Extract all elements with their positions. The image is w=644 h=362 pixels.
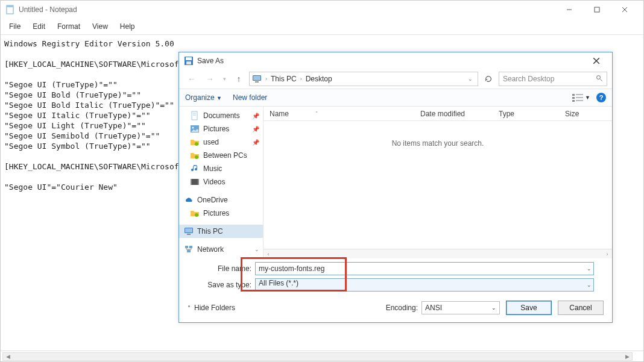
- svg-point-14: [597, 75, 601, 79]
- nav-back-button[interactable]: ←: [184, 72, 200, 86]
- dialog-titlebar: Save As: [179, 52, 612, 69]
- svg-line-15: [601, 79, 602, 81]
- nav-forward-button[interactable]: →: [202, 72, 218, 86]
- chevron-right-icon: ›: [264, 76, 268, 82]
- nav-item-videos[interactable]: Videos: [179, 175, 263, 189]
- savetype-dropdown[interactable]: All Files (*.*): [255, 278, 594, 292]
- scroll-left-icon[interactable]: ◀: [3, 353, 13, 360]
- dialog-address-bar: ← → ▾ ↑ › This PC › Desktop ⌄ Search Des…: [179, 69, 612, 89]
- scroll-right-icon[interactable]: ›: [602, 251, 612, 257]
- dialog-close-button[interactable]: [586, 52, 607, 69]
- network-icon: [184, 245, 194, 254]
- horizontal-scrollbar[interactable]: ◀ ▶: [2, 352, 633, 361]
- dialog-title: Save As: [197, 57, 224, 65]
- notepad-title: Untitled - Notepad: [19, 5, 77, 14]
- help-button[interactable]: ?: [596, 93, 606, 102]
- encoding-label: Encoding:: [386, 304, 418, 312]
- cancel-button[interactable]: Cancel: [558, 301, 604, 315]
- breadcrumb-dropdown-icon[interactable]: ⌄: [468, 76, 475, 82]
- svg-rect-22: [192, 111, 197, 120]
- column-date[interactable]: Date modified: [414, 110, 493, 118]
- notepad-titlebar: Untitled - Notepad: [1, 1, 643, 19]
- refresh-button[interactable]: [481, 72, 496, 86]
- filename-label: File name:: [197, 264, 255, 273]
- menu-help[interactable]: Help: [115, 20, 140, 33]
- svg-rect-7: [186, 57, 192, 60]
- svg-point-27: [195, 142, 198, 146]
- svg-rect-21: [576, 100, 583, 101]
- navigation-pane: Documents📌 Pictures📌 used📌 Between PCs M…: [179, 107, 264, 258]
- svg-rect-19: [576, 94, 583, 95]
- nav-item-onedrive[interactable]: OneDrive: [179, 193, 263, 207]
- new-folder-button[interactable]: New folder: [233, 93, 267, 102]
- column-type[interactable]: Type: [493, 110, 559, 118]
- organize-button[interactable]: Organize ▼: [185, 93, 222, 102]
- close-button[interactable]: [611, 1, 639, 19]
- nav-item-music[interactable]: Music: [179, 162, 263, 175]
- thispc-icon: [184, 226, 194, 236]
- svg-point-28: [195, 155, 198, 159]
- column-headers: Name˄ Date modified Type Size: [264, 107, 612, 121]
- svg-rect-38: [187, 250, 191, 252]
- folder-sync-icon: [190, 137, 200, 147]
- menu-format[interactable]: Format: [52, 20, 85, 33]
- svg-rect-37: [189, 246, 192, 248]
- search-box[interactable]: Search Desktop: [499, 72, 607, 86]
- svg-point-32: [195, 213, 198, 217]
- nav-item-pictures[interactable]: Pictures📌: [179, 122, 263, 136]
- svg-rect-29: [191, 179, 199, 185]
- minimize-button[interactable]: [555, 1, 583, 19]
- nav-item-used[interactable]: used📌: [179, 136, 263, 149]
- dialog-bottom-bar: ˄Hide Folders Encoding: ANSI⌄ Save Cance…: [179, 296, 612, 322]
- nav-item-documents[interactable]: Documents📌: [179, 109, 263, 122]
- svg-rect-20: [576, 97, 583, 98]
- breadcrumb-bar[interactable]: › This PC › Desktop ⌄: [249, 72, 478, 86]
- list-horizontal-scrollbar[interactable]: ‹ ›: [264, 249, 612, 258]
- file-list-area: Name˄ Date modified Type Size No items m…: [264, 107, 612, 258]
- svg-rect-16: [572, 94, 575, 96]
- save-button[interactable]: Save: [506, 301, 552, 315]
- notepad-statusbar: ◀ ▶: [1, 351, 643, 361]
- breadcrumb-root[interactable]: This PC: [271, 75, 297, 83]
- nav-item-od-pictures[interactable]: Pictures: [179, 207, 263, 220]
- savetype-label: Save as type:: [197, 281, 255, 289]
- maximize-button[interactable]: [583, 1, 611, 19]
- nav-up-button[interactable]: ↑: [231, 72, 247, 86]
- search-placeholder: Search Desktop: [503, 75, 554, 83]
- hide-folders-button[interactable]: ˄Hide Folders: [188, 304, 235, 312]
- svg-rect-36: [185, 246, 188, 248]
- svg-rect-31: [198, 179, 199, 185]
- nav-item-network[interactable]: Network⌄: [179, 243, 263, 256]
- chevron-down-icon: ▼: [216, 95, 222, 101]
- save-as-dialog: Save As ← → ▾ ↑ › This PC › Desktop ⌄ Se…: [178, 52, 613, 323]
- filename-input[interactable]: [255, 262, 594, 275]
- svg-rect-8: [186, 61, 191, 64]
- scroll-left-icon[interactable]: ‹: [264, 251, 273, 257]
- svg-rect-12: [253, 76, 260, 80]
- pin-icon: 📌: [252, 139, 259, 146]
- nav-recent-button[interactable]: ▾: [220, 72, 229, 86]
- svg-point-26: [192, 127, 194, 129]
- svg-rect-35: [187, 234, 191, 235]
- menu-file[interactable]: File: [4, 20, 25, 33]
- search-icon: [596, 75, 603, 84]
- dialog-toolbar: Organize ▼ New folder ▼ ?: [179, 89, 612, 107]
- chevron-down-icon: ⌄: [491, 305, 496, 311]
- videos-icon: [190, 177, 200, 187]
- svg-rect-30: [191, 179, 192, 185]
- notepad-icon: [5, 5, 15, 14]
- view-options-button[interactable]: ▼: [572, 93, 590, 102]
- pin-icon: 📌: [252, 126, 259, 133]
- svg-rect-17: [572, 97, 575, 99]
- scroll-right-icon[interactable]: ▶: [622, 353, 632, 360]
- svg-rect-18: [572, 100, 575, 102]
- nav-item-thispc[interactable]: This PC: [179, 225, 263, 238]
- nav-item-betweenpcs[interactable]: Between PCs: [179, 149, 263, 162]
- menu-edit[interactable]: Edit: [28, 20, 50, 33]
- menu-view[interactable]: View: [87, 20, 113, 33]
- breadcrumb-current[interactable]: Desktop: [306, 75, 332, 83]
- column-name[interactable]: Name˄: [264, 110, 414, 118]
- sort-asc-icon: ˄: [315, 111, 318, 116]
- column-size[interactable]: Size: [559, 110, 612, 118]
- encoding-dropdown[interactable]: ANSI⌄: [421, 301, 500, 314]
